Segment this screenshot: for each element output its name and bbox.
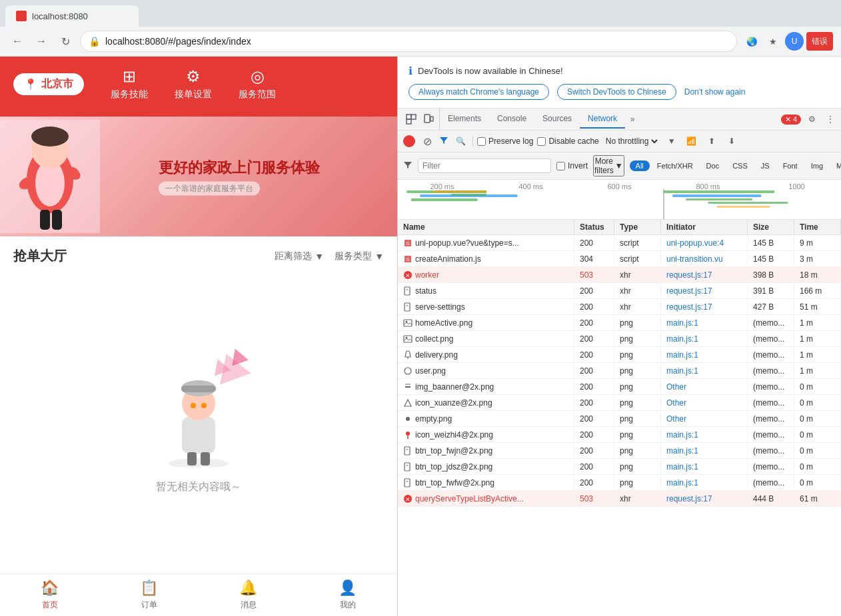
preserve-log-input[interactable]	[477, 137, 486, 146]
initiator-link[interactable]: main.js:1	[666, 366, 698, 376]
type-filter-js[interactable]: JS	[755, 160, 776, 171]
bottom-nav-profile[interactable]: 👤 我的	[298, 579, 397, 611]
tab-network[interactable]: Network	[580, 110, 625, 129]
disable-cache-checkbox[interactable]: Disable cache	[537, 137, 598, 146]
translate-button[interactable]: 🌏	[742, 32, 761, 51]
extension-button[interactable]: 错误	[806, 32, 833, 51]
match-language-button[interactable]: Always match Chrome's language	[409, 84, 549, 100]
table-row[interactable]: btn_top_fwjn@2x.png 200 png main.js:1 (m…	[398, 443, 841, 459]
forward-button[interactable]: →	[32, 32, 51, 51]
initiator-link[interactable]: request.js:17	[666, 494, 712, 503]
nav-service-skills[interactable]: ⊞ 服务技能	[111, 67, 148, 101]
type-filter-font[interactable]: Font	[777, 160, 804, 171]
address-bar[interactable]: 🔒 localhost:8080/#/pages/index/index	[80, 31, 737, 52]
header-initiator[interactable]: Initiator	[661, 220, 748, 234]
initiator-link[interactable]: request.js:17	[666, 286, 712, 296]
city-badge[interactable]: 📍 北京市	[13, 73, 84, 95]
more-filters-button[interactable]: More filters ▼	[593, 155, 624, 176]
device-toolbar-button[interactable]	[420, 111, 436, 127]
initiator-link[interactable]: request.js:17	[666, 302, 712, 312]
type-filter-all[interactable]: All	[630, 160, 650, 171]
nav-service-area[interactable]: ◎ 服务范围	[239, 67, 276, 101]
header-type[interactable]: Type	[614, 220, 661, 234]
table-row[interactable]: serve-settings 200 xhr request.js:17 427…	[398, 299, 841, 315]
table-row[interactable]: status 200 xhr request.js:17 391 B 166 m	[398, 283, 841, 299]
type-filter-media[interactable]: Media	[830, 160, 841, 171]
bottom-nav-orders[interactable]: 📋 订单	[99, 579, 199, 611]
table-row[interactable]: S uni-popup.vue?vue&type=s... 200 script…	[398, 235, 841, 251]
search-button[interactable]: 🔍	[452, 133, 468, 149]
initiator-link[interactable]: Other	[666, 398, 686, 408]
type-filter-fetch-xhr[interactable]: Fetch/XHR	[651, 160, 699, 171]
inspect-button[interactable]	[403, 111, 419, 127]
initiator-link[interactable]: main.js:1	[666, 350, 698, 360]
table-row[interactable]: empty.png 200 png Other (memo... 0 m	[398, 411, 841, 427]
table-row[interactable]: user.png 200 png main.js:1 (memo... 1 m	[398, 363, 841, 379]
nav-order-settings[interactable]: ⚙ 接单设置	[175, 67, 212, 101]
table-row[interactable]: ✕ queryServeTypeListByActive... 503 xhr …	[398, 491, 841, 507]
table-row[interactable]: img_baanner@2x.png 200 png Other (memo..…	[398, 379, 841, 395]
header-time[interactable]: Time	[794, 220, 841, 234]
disable-cache-input[interactable]	[537, 137, 546, 146]
table-row[interactable]: btn_top_fwfw@2x.png 200 png main.js:1 (m…	[398, 475, 841, 491]
dont-show-button[interactable]: Don't show again	[684, 84, 746, 100]
file-name: btn_top_jdsz@2x.png	[415, 462, 492, 471]
initiator-link[interactable]: Other	[666, 382, 686, 392]
home-label: 首页	[42, 599, 58, 611]
upload-button[interactable]: ⬆	[704, 133, 720, 149]
switch-chinese-button[interactable]: Switch DevTools to Chinese	[557, 84, 676, 100]
clear-button[interactable]: ⊘	[419, 133, 435, 149]
invert-input[interactable]	[556, 162, 565, 170]
type-filter-doc[interactable]: Doc	[700, 160, 726, 171]
network-table[interactable]: Name Status Type Initiator Size Time S u…	[398, 220, 841, 616]
cell-time: 1 m	[794, 348, 841, 362]
initiator-link[interactable]: main.js:1	[666, 478, 698, 487]
profile-button[interactable]: U	[785, 32, 804, 51]
service-type-filter[interactable]: 服务类型 ▼	[335, 250, 384, 262]
initiator-link[interactable]: request.js:17	[666, 270, 712, 280]
initiator-link[interactable]: main.js:1	[666, 430, 698, 440]
table-row[interactable]: btn_top_jdsz@2x.png 200 png main.js:1 (m…	[398, 459, 841, 475]
initiator-link[interactable]: uni-popup.vue:4	[666, 238, 724, 248]
initiator-link[interactable]: main.js:1	[666, 462, 698, 471]
header-name[interactable]: Name	[398, 220, 574, 234]
throttle-dropdown-icon[interactable]: ▼	[664, 133, 680, 149]
header-status[interactable]: Status	[574, 220, 614, 234]
reload-button[interactable]: ↻	[56, 32, 75, 51]
back-button[interactable]: ←	[8, 32, 27, 51]
initiator-link[interactable]: main.js:1	[666, 334, 698, 344]
tab-sources[interactable]: Sources	[534, 110, 580, 129]
distance-filter[interactable]: 距离筛选 ▼	[275, 250, 324, 262]
notification-message: DevTools is now available in Chinese!	[418, 66, 563, 76]
tab-console[interactable]: Console	[489, 110, 534, 129]
type-filter-img[interactable]: Img	[805, 160, 829, 171]
table-row[interactable]: collect.png 200 png main.js:1 (memo... 1…	[398, 331, 841, 347]
filter-button[interactable]	[439, 136, 448, 147]
header-size[interactable]: Size	[748, 220, 794, 234]
bottom-nav-messages[interactable]: 🔔 消息	[199, 579, 298, 611]
table-row[interactable]: delivery.png 200 png main.js:1 (memo... …	[398, 347, 841, 363]
initiator-link[interactable]: main.js:1	[666, 446, 698, 456]
browser-tab[interactable]: localhost:8080	[5, 5, 139, 27]
invert-checkbox[interactable]: Invert	[556, 161, 588, 170]
initiator-link[interactable]: Other	[666, 414, 686, 424]
more-options-button[interactable]: ⋮	[822, 111, 838, 127]
more-tabs-button[interactable]: »	[625, 112, 640, 127]
filter-input[interactable]	[418, 158, 551, 173]
table-row[interactable]: ✕ worker 503 xhr request.js:17 398 B 18 …	[398, 267, 841, 283]
bottom-nav-home[interactable]: 🏠 首页	[0, 579, 99, 611]
download-button[interactable]: ⬇	[724, 133, 740, 149]
settings-button[interactable]: ⚙	[804, 111, 820, 127]
table-row[interactable]: S createAnimation.js 304 script uni-tran…	[398, 251, 841, 267]
table-row[interactable]: homeActive.png 200 png main.js:1 (memo..…	[398, 315, 841, 331]
preserve-log-checkbox[interactable]: Preserve log	[477, 137, 533, 146]
bookmark-button[interactable]: ★	[764, 32, 782, 51]
table-row[interactable]: icon_xuanze@2x.png 200 png Other (memo..…	[398, 395, 841, 411]
record-button[interactable]	[403, 135, 415, 147]
type-filter-css[interactable]: CSS	[726, 160, 754, 171]
tab-elements[interactable]: Elements	[440, 110, 489, 129]
throttle-select[interactable]: No throttling	[603, 136, 660, 147]
table-row[interactable]: icon_weizhi4@2x.png 200 png main.js:1 (m…	[398, 427, 841, 443]
initiator-link[interactable]: main.js:1	[666, 318, 698, 328]
initiator-link[interactable]: uni-transition.vu	[666, 254, 723, 264]
